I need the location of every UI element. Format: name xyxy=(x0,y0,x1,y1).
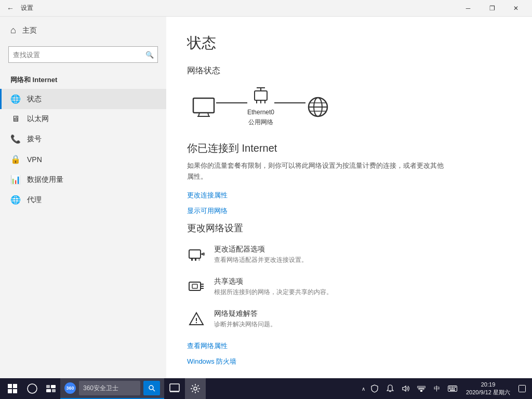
search-box: 🔍 xyxy=(8,46,158,63)
adapter-text: 更改适配器选项 查看网络适配器并更改连接设置。 xyxy=(214,245,308,264)
sidebar-item-label-dialup: 拨号 xyxy=(27,135,42,144)
public-network-label: 公用网络 xyxy=(248,118,273,127)
network-diagram: Ethernet0 公用网络 xyxy=(187,87,511,127)
globe-icon xyxy=(305,95,330,119)
notification-button[interactable] xyxy=(514,378,530,399)
sidebar-item-label-proxy: 代理 xyxy=(27,195,42,205)
sidebar-item-vpn[interactable]: 🔒 VPN xyxy=(0,149,166,169)
svg-rect-39 xyxy=(170,384,179,391)
sidebar-item-ethernet[interactable]: 🖥 以太网 xyxy=(0,109,166,129)
svg-line-38 xyxy=(153,389,155,391)
tray-security-icon[interactable] xyxy=(367,378,382,399)
sharing-title: 共享选项 xyxy=(214,277,332,286)
taskbar-settings-icon[interactable] xyxy=(185,378,206,399)
sharing-options-item[interactable]: 共享选项 根据所连接到的网络，决定要共享的内容。 xyxy=(187,277,511,297)
main-content: 状态 网络状态 xyxy=(166,17,532,378)
svg-rect-36 xyxy=(52,389,56,392)
tray-expand-chevron[interactable]: ∧ xyxy=(361,386,366,392)
sidebar-item-data-usage[interactable]: 📊 数据使用量 xyxy=(0,169,166,190)
router-icon xyxy=(251,87,270,107)
svg-rect-35 xyxy=(46,389,51,392)
computer-icon xyxy=(191,97,216,117)
svg-rect-56 xyxy=(519,385,526,392)
troubleshoot-desc: 诊断并解决网络问题。 xyxy=(214,320,276,329)
search-circle-icon xyxy=(27,383,37,394)
settings-icon xyxy=(191,384,200,393)
svg-rect-48 xyxy=(452,387,453,388)
svg-rect-29 xyxy=(13,384,17,388)
tray-bell-icon[interactable] xyxy=(383,378,397,399)
svg-rect-34 xyxy=(51,385,56,388)
svg-rect-46 xyxy=(449,387,450,388)
close-button[interactable]: ✕ xyxy=(504,0,528,17)
sidebar-home[interactable]: ⌂ 主页 xyxy=(0,17,166,44)
notification-icon xyxy=(518,385,526,392)
tray-ime-icon[interactable]: 中 xyxy=(430,378,444,399)
tray-volume-icon[interactable] xyxy=(398,378,413,399)
360-search-box[interactable]: 360安全卫士 xyxy=(79,381,140,395)
window-controls: ─ ❐ ✕ xyxy=(456,0,528,17)
svg-rect-47 xyxy=(450,387,451,388)
svg-rect-43 xyxy=(419,389,424,390)
sidebar-item-dialup[interactable]: 📞 拨号 xyxy=(0,129,166,149)
minimize-button[interactable]: ─ xyxy=(456,0,480,17)
360-search-button[interactable] xyxy=(143,381,160,395)
svg-rect-55 xyxy=(450,390,455,391)
status-icon: 🌐 xyxy=(10,94,21,104)
start-button[interactable] xyxy=(2,378,23,399)
taskbar-clock[interactable]: 20:19 2020/9/12 星期六 xyxy=(462,381,514,397)
task-view-icon xyxy=(46,385,56,392)
svg-rect-19 xyxy=(195,258,196,261)
adapter-options-item[interactable]: 更改适配器选项 查看网络适配器并更改连接设置。 xyxy=(187,245,511,264)
dialup-icon: 📞 xyxy=(10,134,21,144)
ethernet-icon-group: Ethernet0 公用网络 xyxy=(247,87,274,127)
search-input[interactable] xyxy=(8,46,158,63)
system-tray: ∧ xyxy=(361,378,462,399)
back-button[interactable]: ← xyxy=(4,2,17,15)
svg-rect-42 xyxy=(420,390,422,392)
view-network-properties-link[interactable]: 查看网络属性 xyxy=(187,341,511,351)
restore-button[interactable]: ❐ xyxy=(480,0,504,17)
tray-network-icon[interactable] xyxy=(414,378,429,399)
troubleshoot-title: 网络疑难解答 xyxy=(214,309,276,318)
svg-rect-51 xyxy=(449,388,450,389)
sidebar-item-label-data-usage: 数据使用量 xyxy=(27,175,63,184)
computer-icon-group xyxy=(191,97,216,117)
network-icon xyxy=(417,385,425,392)
svg-rect-30 xyxy=(8,389,12,393)
search-button[interactable] xyxy=(23,378,42,399)
svg-rect-52 xyxy=(450,388,451,389)
svg-rect-21 xyxy=(189,282,201,290)
net-line-2 xyxy=(274,102,305,103)
window-title: 设置 xyxy=(21,4,33,12)
task-view-button[interactable] xyxy=(42,378,60,399)
svg-rect-31 xyxy=(13,389,17,393)
svg-rect-50 xyxy=(455,387,456,388)
adapter-icon xyxy=(187,246,206,264)
svg-point-27 xyxy=(196,322,197,323)
sidebar-item-proxy[interactable]: 🌐 代理 xyxy=(0,190,166,210)
tray-keyboard-icon[interactable] xyxy=(445,378,460,399)
360-search-text: 360安全卫士 xyxy=(83,384,118,393)
troubleshoot-item[interactable]: 网络疑难解答 诊断并解决网络问题。 xyxy=(187,309,511,329)
title-bar: ← 设置 ─ ❐ ✕ xyxy=(0,0,532,17)
troubleshoot-text: 网络疑难解答 诊断并解决网络问题。 xyxy=(214,309,276,329)
taskbar-360-app[interactable]: 360 360安全卫士 xyxy=(60,378,164,399)
svg-rect-44 xyxy=(417,387,425,388)
svg-rect-54 xyxy=(454,388,455,389)
svg-rect-15 xyxy=(189,250,201,258)
change-connection-link[interactable]: 更改连接属性 xyxy=(187,191,511,200)
windows-firewall-link[interactable]: Windows 防火墙 xyxy=(187,357,511,366)
taskbar-desktop-icon[interactable] xyxy=(164,378,185,399)
connected-title: 你已连接到 Internet xyxy=(187,141,511,155)
360-badge: 360 xyxy=(64,382,76,394)
sidebar: ⌂ 主页 🔍 网络和 Internet 🌐 状态 🖥 以太网 📞 拨号 🔒 VP… xyxy=(0,17,166,378)
home-icon: ⌂ xyxy=(10,25,16,36)
sidebar-item-status[interactable]: 🌐 状态 xyxy=(0,89,166,109)
ethernet-label: Ethernet0 xyxy=(247,109,274,116)
show-available-link[interactable]: 显示可用网络 xyxy=(187,206,511,216)
svg-rect-0 xyxy=(193,98,214,113)
clock-time: 20:19 xyxy=(481,381,496,389)
svg-rect-49 xyxy=(454,387,455,388)
keyboard-icon xyxy=(448,385,457,392)
